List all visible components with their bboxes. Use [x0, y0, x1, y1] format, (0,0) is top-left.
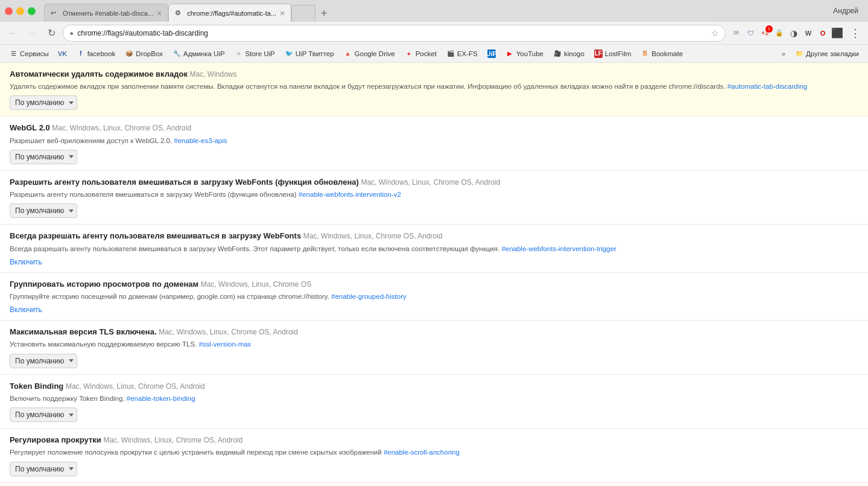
ext-btn-5[interactable]: ◑ — [787, 27, 800, 40]
bookmark-lostfilm[interactable]: LF LostFilm — [590, 48, 635, 60]
ext-btn-8[interactable]: ⬛ — [831, 27, 844, 40]
bookmark-label-kinogo: kinogo — [564, 50, 584, 57]
bookmarks-bar: ☰ Сервисы VK f facebook 📦 DropBox 🔧 Адми… — [0, 45, 868, 63]
bookmark-exfs[interactable]: 🎬 EX-FS — [442, 48, 482, 60]
ext-btn-7[interactable]: O — [816, 27, 829, 40]
reload-button[interactable]: ↻ — [43, 25, 59, 41]
back-button[interactable]: ← — [5, 25, 21, 41]
flag-link-5[interactable]: #enable-grouped-history — [331, 293, 407, 300]
tab-1-title: Отменить #enable-tab-disca... — [63, 10, 153, 17]
address-text: chrome://flags/#automatic-tab-discarding — [77, 29, 708, 37]
bookmark-label-servisy: Сервисы — [20, 50, 49, 57]
bookmark-kinogo[interactable]: 🎥 kinogo — [549, 48, 589, 60]
bookmark-youtube[interactable]: ▶ YouTube — [501, 48, 548, 60]
bookmark-dropbox[interactable]: 📦 DropBox — [121, 48, 167, 60]
tab-2[interactable]: ⚙ chrome://flags/#automatic-ta... × — [168, 4, 291, 22]
bookmark-label-lostfilm: LostFilm — [605, 50, 631, 57]
close-button[interactable] — [5, 7, 13, 15]
tab-blank[interactable] — [291, 5, 315, 22]
flag-link-3[interactable]: #enable-webfonts-intervention-v2 — [299, 191, 401, 198]
bookmark-label-youtube: YouTube — [516, 50, 543, 57]
flag-title-1: Автоматически удалять содержимое вкладок… — [10, 69, 858, 80]
flag-action-5: Включить — [10, 305, 858, 314]
ext-badge-3: 1 — [765, 25, 773, 33]
bookmark-gdrive[interactable]: ▲ Google Drive — [340, 48, 399, 60]
kinogo-icon: 🎥 — [553, 50, 562, 58]
bookmark-label-exfs: EX-FS — [457, 50, 478, 57]
menu-button[interactable]: ⋮ — [847, 25, 863, 41]
bookmark-label-dropbox: DropBox — [136, 50, 163, 57]
new-tab-button[interactable]: + — [315, 5, 332, 22]
uip-icon: UiP — [487, 50, 496, 58]
bookmark-twitter[interactable]: 🐦 UiP Твиттер — [280, 48, 338, 60]
flag-select-1[interactable]: По умолчанию — [10, 95, 77, 110]
forward-button[interactable]: → — [24, 25, 40, 41]
flag-desc-8: Регулирует положение полосунка прокрутки… — [10, 447, 858, 458]
bookmark-vk[interactable]: VK — [54, 48, 71, 60]
flag-desc-6: Установить максимальную поддерживаемую в… — [10, 339, 858, 350]
flag-action-3: По умолчанию — [10, 203, 858, 218]
extension-icons: ✉ 🛡 +1 1 🔒 ◑ W O ⬛ — [729, 27, 844, 40]
bookmark-bookmate[interactable]: B Bookmate — [636, 48, 687, 60]
flag-action-2: По умолчанию — [10, 150, 858, 164]
bookmark-adminuip[interactable]: 🔧 Админка UiP — [168, 48, 229, 60]
exfs-icon: 🎬 — [446, 50, 455, 58]
gdrive-icon: ▲ — [344, 50, 352, 58]
tab-1-close[interactable]: × — [157, 9, 162, 18]
maximize-button[interactable] — [28, 7, 36, 15]
bookmark-storeuip[interactable]: ○ Store UiP — [230, 48, 279, 60]
bookmark-star[interactable]: ☆ — [711, 28, 719, 38]
flag-scroll-anchoring: Регулировка прокрутки Mac, Windows, Linu… — [0, 429, 868, 482]
twitter-icon: 🐦 — [285, 50, 293, 58]
browser-frame: ↩ Отменить #enable-tab-disca... × ⚙ chro… — [0, 0, 868, 486]
flag-link-6[interactable]: #ssl-version-max — [198, 341, 251, 348]
flag-link-1[interactable]: #automatic-tab-discarding — [727, 83, 807, 90]
flag-title-8: Регулировка прокрутки Mac, Windows, Linu… — [10, 435, 858, 446]
other-bookmarks-icon: 📁 — [795, 50, 803, 58]
ext-btn-6[interactable]: W — [802, 27, 815, 40]
flag-action-4: Включить — [10, 258, 858, 266]
ext-btn-2[interactable]: 🛡 — [744, 27, 757, 40]
vk-icon: VK — [59, 50, 67, 58]
tab-2-close[interactable]: × — [280, 9, 285, 18]
pocket-icon: ● — [405, 50, 413, 58]
flag-action-1: По умолчанию — [10, 95, 858, 110]
flag-desc-3: Разрешить агенту пользователя вмешиватьс… — [10, 190, 858, 200]
flag-webgl2: WebGL 2.0 Mac, Windows, Linux, Chrome OS… — [0, 117, 868, 170]
address-bar[interactable]: ● chrome://flags/#automatic-tab-discardi… — [63, 25, 726, 42]
dropbox-icon: 📦 — [125, 50, 133, 58]
flag-select-7[interactable]: По умолчанию — [10, 408, 77, 422]
flag-tls-version: Максимальная версия TLS включена. Mac, W… — [0, 321, 868, 374]
user-name: Андрей — [833, 7, 863, 15]
flag-link-2[interactable]: #enable-es3-apis — [174, 137, 227, 144]
flag-disable-audio: Отключить общий доступ к аудио Mac, Wind… — [0, 483, 868, 487]
bookmark-pocket[interactable]: ● Pocket — [401, 48, 441, 60]
nav-bar: ← → ↻ ● chrome://flags/#automatic-tab-di… — [0, 22, 868, 45]
tab-1[interactable]: ↩ Отменить #enable-tab-disca... × — [44, 4, 168, 22]
bookmark-other[interactable]: 📁 Другие закладки — [791, 48, 863, 60]
ext-btn-4[interactable]: 🔒 — [773, 27, 786, 40]
flag-link-8[interactable]: #enable-scroll-anchoring — [384, 449, 460, 456]
flag-desc-7: Включить поддержку Token Binding. #enabl… — [10, 394, 858, 404]
bookmark-label-storeuip: Store UiP — [246, 50, 275, 57]
flag-action-8: По умолчанию — [10, 462, 858, 476]
flag-title-3: Разрешить агенту пользователя вмешиватьс… — [10, 177, 858, 188]
ext-btn-3[interactable]: +1 1 — [758, 27, 771, 40]
bookmark-label-gdrive: Google Drive — [355, 50, 395, 57]
ext-btn-1[interactable]: ✉ — [729, 27, 743, 40]
flag-select-6[interactable]: По умолчанию — [10, 354, 77, 368]
flag-link-4[interactable]: #enable-webfonts-intervention-trigger — [501, 245, 616, 252]
flag-enable-4[interactable]: Включить — [10, 258, 42, 266]
flag-title-5: Группировать историю просмотров по домен… — [10, 279, 858, 290]
flag-select-8[interactable]: По умолчанию — [10, 462, 77, 476]
bookmark-facebook[interactable]: f facebook — [72, 48, 120, 60]
flag-enable-5[interactable]: Включить — [10, 305, 42, 314]
flag-link-7[interactable]: #enable-token-binding — [127, 395, 195, 402]
flag-webfonts-trigger: Всегда разрешать агенту пользователя вме… — [0, 225, 868, 272]
bookmark-uip[interactable]: UiP — [483, 48, 500, 60]
flag-select-3[interactable]: По умолчанию — [10, 203, 77, 218]
bookmark-more[interactable]: » — [777, 48, 789, 59]
bookmark-servisy[interactable]: ☰ Сервисы — [5, 48, 53, 60]
flag-select-2[interactable]: По умолчанию — [10, 150, 77, 164]
minimize-button[interactable] — [16, 7, 24, 15]
